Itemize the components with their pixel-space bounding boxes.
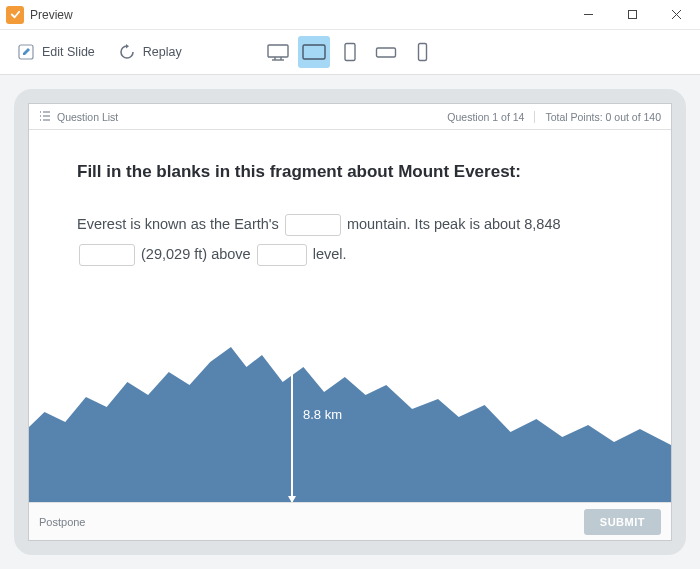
device-selector xyxy=(262,36,438,68)
slide-footer: Postpone SUBMIT xyxy=(29,502,671,540)
submit-button[interactable]: SUBMIT xyxy=(584,509,661,535)
device-frame: Question List Question 1 of 14 Total Poi… xyxy=(14,89,686,555)
titlebar: Preview xyxy=(0,0,700,30)
slide-body: Fill in the blanks in this fragment abou… xyxy=(29,130,671,502)
svg-rect-1 xyxy=(628,11,636,19)
maximize-button[interactable] xyxy=(610,0,654,30)
replay-label: Replay xyxy=(143,45,182,59)
edit-slide-label: Edit Slide xyxy=(42,45,95,59)
pencil-icon xyxy=(16,42,36,62)
svg-rect-10 xyxy=(345,44,355,61)
question-list-link[interactable]: Question List xyxy=(57,111,118,123)
text-segment: Everest is known as the Earth's xyxy=(77,216,283,232)
mountain-illustration: 8.8 km xyxy=(29,337,671,502)
window-title: Preview xyxy=(30,8,73,22)
svg-rect-9 xyxy=(303,45,325,59)
list-icon xyxy=(39,111,51,123)
svg-rect-5 xyxy=(268,45,288,57)
text-segment: mountain. Its peak is about 8,848 xyxy=(343,216,561,232)
device-tablet-portrait-button[interactable] xyxy=(334,36,366,68)
annotation-label: 8.8 km xyxy=(303,407,342,422)
svg-rect-12 xyxy=(418,44,426,61)
paragraph: Everest is known as the Earth's mountain… xyxy=(77,210,623,269)
slide: Question List Question 1 of 14 Total Poi… xyxy=(28,103,672,541)
text-segment: (29,029 ft) above xyxy=(137,246,255,262)
close-button[interactable] xyxy=(654,0,698,30)
edit-slide-button[interactable]: Edit Slide xyxy=(8,38,103,66)
text-segment: level. xyxy=(309,246,347,262)
points-display: Total Points: 0 out of 140 xyxy=(545,111,661,123)
device-desktop-button[interactable] xyxy=(262,36,294,68)
app-icon xyxy=(6,6,24,24)
blank-input-2[interactable] xyxy=(79,244,135,266)
device-tablet-landscape-button[interactable] xyxy=(298,36,330,68)
question-progress: Question 1 of 14 xyxy=(447,111,524,123)
device-phone-portrait-button[interactable] xyxy=(406,36,438,68)
slide-header: Question List Question 1 of 14 Total Poi… xyxy=(29,104,671,130)
svg-rect-11 xyxy=(377,48,396,57)
canvas-area: Question List Question 1 of 14 Total Poi… xyxy=(0,75,700,569)
question-text: Fill in the blanks in this fragment abou… xyxy=(77,162,623,182)
replay-icon xyxy=(117,42,137,62)
minimize-button[interactable] xyxy=(566,0,610,30)
postpone-button[interactable]: Postpone xyxy=(39,516,85,528)
toolbar: Edit Slide Replay xyxy=(0,30,700,75)
blank-input-3[interactable] xyxy=(257,244,307,266)
replay-button[interactable]: Replay xyxy=(109,38,190,66)
divider xyxy=(534,111,535,123)
blank-input-1[interactable] xyxy=(285,214,341,236)
height-annotation: 8.8 km xyxy=(291,352,293,502)
device-phone-landscape-button[interactable] xyxy=(370,36,402,68)
